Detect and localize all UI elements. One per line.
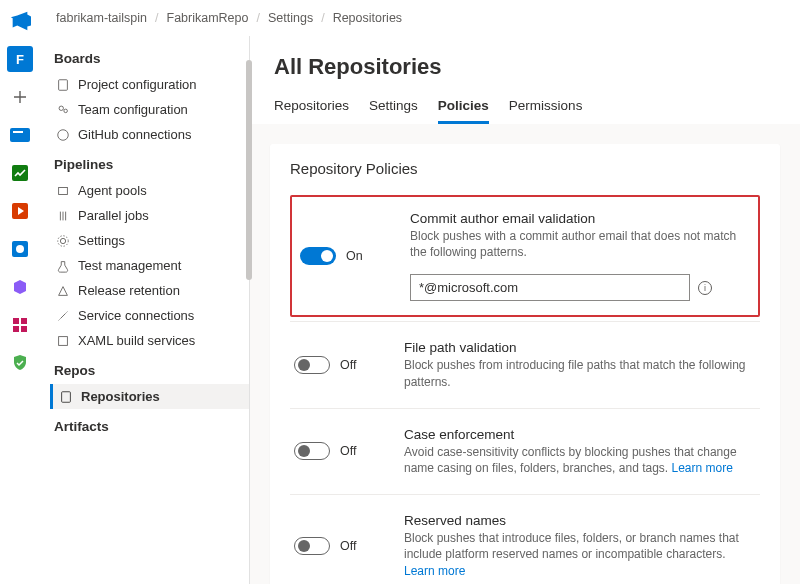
section-header-repos: Repos — [50, 353, 249, 384]
policy-desc: Avoid case-sensitivity conflicts by bloc… — [404, 444, 756, 476]
nav-rail: F — [0, 0, 40, 584]
section-header-artifacts: Artifacts — [50, 409, 249, 440]
add-icon[interactable] — [7, 84, 33, 110]
sidebar-item-label: Repositories — [81, 389, 160, 404]
sidebar-item-github-connections[interactable]: GitHub connections — [50, 122, 249, 147]
azure-devops-logo[interactable] — [7, 8, 33, 34]
svg-rect-2 — [12, 165, 28, 181]
toggle-switch[interactable] — [294, 356, 330, 374]
policy-name: File path validation — [404, 340, 756, 355]
sidebar-item-team-configuration[interactable]: Team configuration — [50, 97, 249, 122]
toggle-wrap: Off — [294, 513, 386, 579]
policy-name: Commit author email validation — [410, 211, 750, 226]
sidebar-item-label: Test management — [78, 258, 181, 273]
toggle-wrap: Off — [294, 427, 386, 476]
section-header-boards: Boards — [50, 41, 249, 72]
svg-rect-9 — [13, 326, 19, 332]
toggle-state-label: Off — [340, 444, 356, 458]
artifacts-icon[interactable] — [7, 274, 33, 300]
tab-policies[interactable]: Policies — [438, 96, 489, 124]
tab-repositories[interactable]: Repositories — [274, 96, 349, 124]
sidebar-item-test-management[interactable]: Test management — [50, 253, 249, 278]
pipelines-icon[interactable] — [7, 198, 33, 224]
sidebar-item-label: Settings — [78, 233, 125, 248]
tabs: Repositories Settings Policies Permissio… — [274, 96, 776, 124]
policy-desc: Block pushes with a commit author email … — [410, 228, 750, 260]
svg-rect-8 — [21, 318, 27, 324]
svg-rect-1 — [13, 131, 23, 133]
sidebar-item-release-retention[interactable]: Release retention — [50, 278, 249, 303]
toggle-switch[interactable] — [294, 442, 330, 460]
policy-body: Commit author email validation Block pus… — [410, 211, 750, 301]
project-avatar[interactable]: F — [7, 46, 33, 72]
settings-sidebar: Project Settings Boards Project configur… — [40, 0, 250, 584]
sidebar-item-service-connections[interactable]: Service connections — [50, 303, 249, 328]
section-header-pipelines: Pipelines — [50, 147, 249, 178]
svg-rect-0 — [10, 128, 30, 142]
policy-commit-author-email: On Commit author email validation Block … — [290, 195, 760, 317]
sidebar-item-parallel-jobs[interactable]: Parallel jobs — [50, 203, 249, 228]
learn-more-link[interactable]: Learn more — [404, 564, 465, 578]
card-title: Repository Policies — [290, 160, 760, 177]
learn-more-link[interactable]: Learn more — [672, 461, 733, 475]
dashboards-icon[interactable] — [7, 312, 33, 338]
toggle-switch[interactable] — [300, 247, 336, 265]
svg-rect-22 — [62, 391, 71, 402]
sidebar-item-label: Parallel jobs — [78, 208, 149, 223]
policy-case-enforcement: Off Case enforcement Avoid case-sensitiv… — [290, 408, 760, 494]
sidebar-item-xaml-build-services[interactable]: XAML build services — [50, 328, 249, 353]
sidebar-item-agent-pools[interactable]: Agent pools — [50, 178, 249, 203]
toggle-state-label: Off — [340, 358, 356, 372]
svg-point-12 — [59, 106, 63, 110]
breadcrumb: fabrikam-tailspin/ FabrikamRepo/ Setting… — [250, 0, 800, 36]
sidebar-item-label: GitHub connections — [78, 127, 191, 142]
svg-point-20 — [58, 235, 69, 246]
sidebar-item-label: Service connections — [78, 308, 194, 323]
repository-policies-card: Repository Policies On Commit author ema… — [270, 144, 780, 584]
svg-point-6 — [16, 245, 24, 253]
svg-rect-11 — [59, 79, 68, 90]
svg-rect-10 — [21, 326, 27, 332]
boards-icon[interactable] — [7, 122, 33, 148]
tab-permissions[interactable]: Permissions — [509, 96, 583, 124]
sidebar-item-label: Project configuration — [78, 77, 197, 92]
toggle-switch[interactable] — [294, 537, 330, 555]
svg-rect-21 — [59, 336, 68, 345]
sidebar-item-project-configuration[interactable]: Project configuration — [50, 72, 249, 97]
policy-name: Reserved names — [404, 513, 756, 528]
policy-desc: Block pushes that introduce files, folde… — [404, 530, 756, 579]
sidebar-item-label: Agent pools — [78, 183, 147, 198]
page-title: All Repositories — [274, 54, 776, 80]
sidebar-item-settings[interactable]: Settings — [50, 228, 249, 253]
tab-settings[interactable]: Settings — [369, 96, 418, 124]
pattern-input[interactable] — [410, 274, 690, 301]
sidebar-item-label: Release retention — [78, 283, 180, 298]
policy-reserved-names: Off Reserved names Block pushes that int… — [290, 494, 760, 584]
repos-icon[interactable] — [7, 160, 33, 186]
page-header: All Repositories Repositories Settings P… — [250, 36, 800, 124]
sidebar-item-repositories[interactable]: Repositories — [50, 384, 249, 409]
info-icon[interactable]: i — [698, 281, 712, 295]
toggle-state-label: On — [346, 249, 363, 263]
policy-desc: Block pushes from introducing file paths… — [404, 357, 756, 389]
policy-name: Case enforcement — [404, 427, 756, 442]
toggle-wrap: On — [300, 211, 392, 301]
test-plans-icon[interactable] — [7, 236, 33, 262]
content-area: Repository Policies On Commit author ema… — [250, 124, 800, 584]
sidebar-item-label: Team configuration — [78, 102, 188, 117]
main-panel: fabrikam-tailspin/ FabrikamRepo/ Setting… — [250, 0, 800, 584]
toggle-state-label: Off — [340, 539, 356, 553]
toggle-wrap: Off — [294, 340, 386, 389]
svg-rect-7 — [13, 318, 19, 324]
breadcrumb-item[interactable]: Repositories — [333, 11, 402, 25]
sidebar-item-label: XAML build services — [78, 333, 195, 348]
svg-point-14 — [58, 129, 69, 140]
compliance-icon[interactable] — [7, 350, 33, 376]
svg-point-19 — [60, 238, 65, 243]
svg-point-13 — [64, 109, 68, 113]
breadcrumb-item[interactable]: Settings — [268, 11, 313, 25]
svg-rect-15 — [59, 187, 68, 194]
policy-file-path-validation: Off File path validation Block pushes fr… — [290, 321, 760, 407]
